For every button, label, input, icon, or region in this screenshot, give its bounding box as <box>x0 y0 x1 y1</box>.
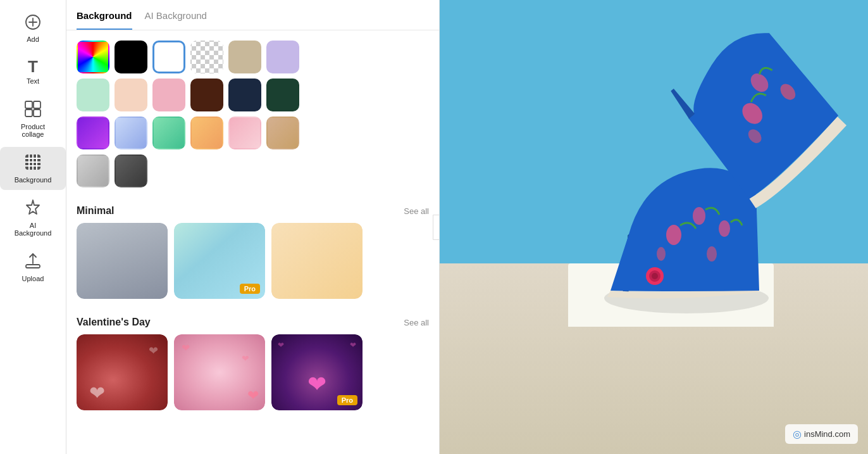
swatch-lavender[interactable] <box>266 41 299 73</box>
valentines-card-purple-pro-badge: Pro <box>337 395 357 405</box>
sidebar-item-upload-label: Upload <box>22 275 44 282</box>
swatch-forest[interactable] <box>266 79 299 111</box>
svg-point-25 <box>652 273 658 279</box>
svg-point-20 <box>719 220 730 237</box>
watermark-icon: ◎ <box>793 428 802 440</box>
upload-icon <box>24 252 42 272</box>
svg-point-21 <box>707 246 717 262</box>
tab-ai-background[interactable]: AI Background <box>145 10 207 30</box>
valentines-card-purple[interactable]: ❤ ❤ ❤ Pro <box>271 334 363 410</box>
svg-marker-14 <box>27 200 39 214</box>
swatch-rose-soft[interactable] <box>228 117 261 149</box>
sidebar-item-product-collage-label: Productcollage <box>21 123 45 138</box>
swatch-white[interactable] <box>152 41 185 73</box>
svg-rect-4 <box>34 101 40 108</box>
watermark-text: insMind.com <box>804 429 850 439</box>
sidebar-item-text-label: Text <box>27 77 39 85</box>
svg-rect-5 <box>25 110 32 117</box>
minimal-card-aqua-pro-badge: Pro <box>240 284 260 294</box>
swatch-purple[interactable] <box>77 117 109 149</box>
swatch-gray-soft[interactable] <box>77 154 109 187</box>
panel-scroll[interactable]: Minimal See all Pro Valentine's Day <box>66 30 439 446</box>
sidebar-item-ai-background[interactable]: AIBackground <box>0 192 66 243</box>
background-icon <box>24 153 42 173</box>
color-grid <box>66 30 439 198</box>
collapse-button[interactable]: ‹ <box>433 215 440 240</box>
swatch-dark-soft[interactable] <box>115 154 147 187</box>
svg-point-18 <box>666 225 681 245</box>
swatch-navy[interactable] <box>228 79 261 111</box>
text-icon: T <box>28 58 38 75</box>
tab-background[interactable]: Background <box>77 10 132 30</box>
swatch-black[interactable] <box>115 41 147 73</box>
sidebar-item-background[interactable]: Background <box>0 147 66 190</box>
swatch-green-soft[interactable] <box>152 117 185 149</box>
section-minimal-grid: Pro <box>77 223 429 299</box>
valentines-card-pink[interactable]: ❤ ❤ ❤ <box>174 334 265 410</box>
swatch-mint[interactable] <box>77 79 109 111</box>
minimal-card-gray[interactable] <box>77 223 168 299</box>
valentines-card-red[interactable]: ❤ ❤ <box>77 334 168 410</box>
section-valentines: Valentine's Day See all ❤ ❤ ❤ ❤ ❤ <box>66 309 439 420</box>
swatch-sage[interactable] <box>115 79 147 111</box>
section-valentines-see-all[interactable]: See all <box>404 318 429 327</box>
swatch-beige[interactable] <box>228 41 261 73</box>
svg-rect-3 <box>25 101 32 108</box>
canvas-area: ◎ insMind.com <box>440 0 868 454</box>
section-valentines-title: Valentine's Day <box>77 317 151 328</box>
sidebar-item-upload[interactable]: Upload <box>0 246 66 289</box>
sidebar: Add T Text Productcollage <box>0 0 66 454</box>
section-minimal-header: Minimal See all <box>77 198 429 223</box>
swatch-orange-soft[interactable] <box>190 117 223 149</box>
ai-background-icon <box>24 199 42 219</box>
svg-point-22 <box>657 247 666 261</box>
swatch-tan-soft[interactable] <box>266 117 299 149</box>
panel: Background AI Background <box>66 0 440 454</box>
sidebar-item-product-collage[interactable]: Productcollage <box>0 94 66 144</box>
section-valentines-header: Valentine's Day See all <box>77 309 429 334</box>
minimal-card-peach[interactable] <box>271 223 363 299</box>
section-valentines-grid: ❤ ❤ ❤ ❤ ❤ ❤ ❤ ❤ <box>77 334 429 410</box>
swatch-rainbow[interactable] <box>77 41 109 73</box>
section-minimal-title: Minimal <box>77 205 115 217</box>
watermark: ◎ insMind.com <box>785 424 858 444</box>
sidebar-item-add[interactable]: Add <box>0 8 66 49</box>
tabs: Background AI Background <box>66 0 439 30</box>
svg-rect-6 <box>34 110 40 117</box>
sidebar-item-text[interactable]: T Text <box>0 52 66 91</box>
svg-point-19 <box>693 207 705 225</box>
swatch-pink[interactable] <box>152 79 185 111</box>
swatch-blue-soft[interactable] <box>115 117 147 149</box>
product-collage-icon <box>24 100 42 120</box>
sidebar-item-add-label: Add <box>27 35 39 43</box>
minimal-card-aqua[interactable]: Pro <box>174 223 265 299</box>
svg-rect-15 <box>26 265 40 268</box>
add-icon <box>25 14 41 33</box>
sidebar-item-ai-background-label: AIBackground <box>15 222 52 237</box>
swatch-brown[interactable] <box>190 79 223 111</box>
section-minimal: Minimal See all Pro <box>66 198 439 309</box>
section-minimal-see-all[interactable]: See all <box>404 206 429 216</box>
swatch-checker[interactable] <box>190 41 223 73</box>
sidebar-item-background-label: Background <box>15 176 52 184</box>
